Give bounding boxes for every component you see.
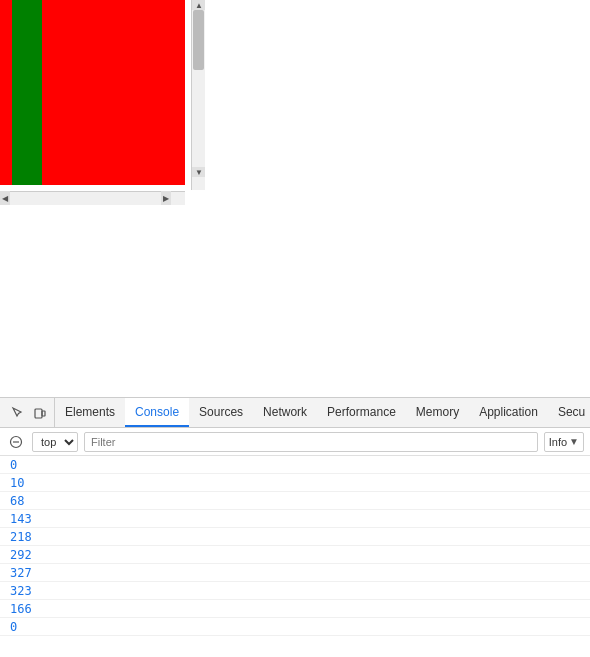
devtools-panel: Elements Console Sources Network Perform…: [0, 397, 590, 657]
green-rectangle: [12, 0, 42, 185]
device-icon[interactable]: [32, 405, 48, 421]
inspect-icon[interactable]: [10, 405, 26, 421]
vertical-scroll-thumb[interactable]: [193, 10, 204, 70]
console-line: 323: [0, 582, 590, 600]
log-level-select[interactable]: Info ▼: [544, 432, 584, 452]
context-select[interactable]: top: [32, 432, 78, 452]
filter-input[interactable]: [84, 432, 538, 452]
console-line: 68: [0, 492, 590, 510]
tab-icon-group: [4, 398, 55, 427]
clear-console-button[interactable]: [6, 432, 26, 452]
tab-console[interactable]: Console: [125, 398, 189, 427]
scroll-right-arrow[interactable]: ▶: [161, 191, 171, 205]
vertical-scrollbar[interactable]: ▲ ▼: [191, 0, 205, 190]
console-filter-row: top Info ▼: [0, 428, 590, 456]
svg-rect-0: [35, 409, 42, 418]
console-line: 0: [0, 456, 590, 474]
console-line: 218: [0, 528, 590, 546]
main-content: ▲ ▼ ◀ ▶: [0, 0, 590, 395]
level-dropdown-arrow: ▼: [569, 436, 579, 447]
canvas-inner: [0, 0, 185, 185]
console-line: 10: [0, 474, 590, 492]
console-output[interactable]: 0 10 68 143 218 292 327 323 166 0: [0, 456, 590, 657]
tab-elements[interactable]: Elements: [55, 398, 125, 427]
console-line: 292: [0, 546, 590, 564]
scroll-up-arrow[interactable]: ▲: [192, 0, 205, 10]
tab-memory[interactable]: Memory: [406, 398, 469, 427]
tab-security[interactable]: Secu: [548, 398, 590, 427]
console-line: 143: [0, 510, 590, 528]
console-line: 166: [0, 600, 590, 618]
svg-rect-1: [42, 411, 45, 416]
tab-sources[interactable]: Sources: [189, 398, 253, 427]
console-line: 327: [0, 564, 590, 582]
devtools-tabs-row: Elements Console Sources Network Perform…: [0, 398, 590, 428]
tab-network[interactable]: Network: [253, 398, 317, 427]
canvas-area: ▲ ▼ ◀ ▶: [0, 0, 205, 205]
horizontal-scrollbar[interactable]: ◀ ▶: [0, 191, 185, 205]
scroll-down-arrow[interactable]: ▼: [192, 167, 205, 177]
tab-application[interactable]: Application: [469, 398, 548, 427]
console-line: 0: [0, 618, 590, 636]
tab-performance[interactable]: Performance: [317, 398, 406, 427]
scroll-left-arrow[interactable]: ◀: [0, 191, 10, 205]
